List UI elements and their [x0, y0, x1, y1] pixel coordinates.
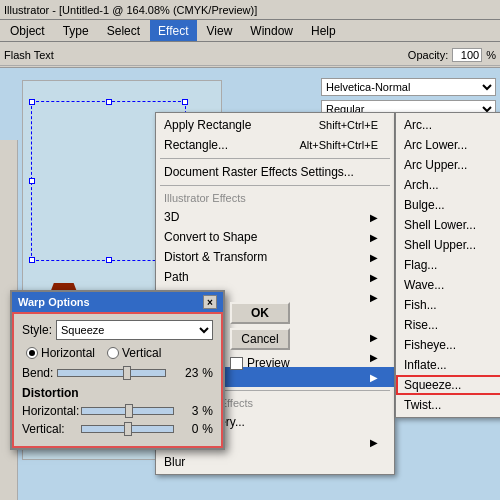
horizontal-dist-value: 3 [178, 404, 198, 418]
blend-thumb[interactable] [123, 366, 131, 380]
title-text: Illustrator - [Untitled-1 @ 164.08% (CMY… [4, 4, 496, 16]
separator-2 [160, 185, 390, 186]
vertical-dist-label: Vertical: [22, 422, 77, 436]
effect-3d[interactable]: 3D ▶ [156, 207, 394, 227]
effect-path[interactable]: Path ▶ [156, 267, 394, 287]
opacity-label: Opacity: [408, 49, 448, 61]
warp-twist[interactable]: Twist... [396, 395, 500, 415]
blend-label: Bend: [22, 366, 53, 380]
horizontal-dist-row: Horizontal: 3 % [22, 404, 213, 418]
horizontal-dist-label: Horizontal: [22, 404, 77, 418]
blend-value: 23 [170, 366, 198, 380]
opacity-unit: % [486, 49, 496, 61]
effect-rectangle[interactable]: Rectangle... Alt+Shift+Ctrl+E [156, 135, 394, 155]
warp-wave[interactable]: Wave... [396, 275, 500, 295]
warp-shell-lower[interactable]: Shell Lower... [396, 215, 500, 235]
menu-object[interactable]: Object [2, 20, 53, 41]
horizontal-dist-slider[interactable] [81, 407, 174, 415]
horizontal-dist-thumb[interactable] [125, 404, 133, 418]
preview-checkbox[interactable] [230, 357, 243, 370]
vertical-radio[interactable]: Vertical [107, 346, 161, 360]
vertical-dist-unit: % [202, 422, 213, 436]
warp-arc-upper[interactable]: Arc Upper... [396, 155, 500, 175]
effect-convert-shape[interactable]: Convert to Shape ▶ [156, 227, 394, 247]
menu-help[interactable]: Help [303, 20, 344, 41]
title-bar: Illustrator - [Untitled-1 @ 164.08% (CMY… [0, 0, 500, 20]
warp-squeeze[interactable]: Squeeze... [396, 375, 500, 395]
properties-bar: Flash Text Opacity: 100 % [0, 44, 500, 66]
dialog-title-bar: Warp Options × [12, 292, 223, 312]
horizontal-dist-unit: % [202, 404, 213, 418]
blend-slider[interactable] [57, 369, 166, 377]
effect-blur[interactable]: Blur [156, 452, 394, 472]
style-select[interactable]: Squeeze [56, 320, 213, 340]
preview-label: Preview [247, 356, 290, 370]
menu-type[interactable]: Type [55, 20, 97, 41]
horizontal-radio[interactable]: Horizontal [26, 346, 95, 360]
warp-submenu: Arc... Arc Lower... Arc Upper... Arch...… [395, 112, 500, 418]
distortion-title: Distortion [22, 386, 213, 400]
handle-tm[interactable] [106, 99, 112, 105]
opacity-value[interactable]: 100 [452, 48, 482, 62]
handle-tr[interactable] [182, 99, 188, 105]
dialog-close-button[interactable]: × [203, 295, 217, 309]
menu-effect[interactable]: Effect [150, 20, 196, 41]
ok-button[interactable]: OK [230, 302, 290, 324]
effect-distort[interactable]: Distort & Transform ▶ [156, 247, 394, 267]
dialog-title-text: Warp Options [18, 296, 90, 308]
vertical-dist-row: Vertical: 0 % [22, 422, 213, 436]
menu-view[interactable]: View [199, 20, 241, 41]
vertical-radio-dot [107, 347, 119, 359]
distortion-section: Distortion Horizontal: 3 % Vertical: 0 % [22, 386, 213, 436]
warp-arc-lower[interactable]: Arc Lower... [396, 135, 500, 155]
vertical-dist-value: 0 [178, 422, 198, 436]
menu-select[interactable]: Select [99, 20, 148, 41]
font-name-row: Helvetica-Normal [321, 78, 496, 96]
vertical-label: Vertical [122, 346, 161, 360]
warp-dialog: Warp Options × Style: Squeeze Horizontal… [10, 290, 225, 450]
handle-ml[interactable] [29, 178, 35, 184]
handle-tl[interactable] [29, 99, 35, 105]
flash-text-label: Flash Text [4, 49, 54, 61]
illustrator-effects-header: Illustrator Effects [156, 189, 394, 207]
horizontal-label: Horizontal [41, 346, 95, 360]
horizontal-radio-dot [26, 347, 38, 359]
separator-1 [160, 158, 390, 159]
warp-bulge[interactable]: Bulge... [396, 195, 500, 215]
warp-fisheye[interactable]: Fisheye... [396, 335, 500, 355]
dialog-style-row: Style: Squeeze [22, 320, 213, 340]
warp-fish[interactable]: Fish... [396, 295, 500, 315]
blend-unit: % [202, 366, 213, 380]
orientation-radio-group: Horizontal Vertical [22, 346, 213, 360]
warp-flag[interactable]: Flag... [396, 255, 500, 275]
effect-apply-rectangle[interactable]: Apply Rectangle Shift+Ctrl+E [156, 115, 394, 135]
vertical-dist-thumb[interactable] [124, 422, 132, 436]
warp-arch[interactable]: Arch... [396, 175, 500, 195]
style-label: Style: [22, 323, 52, 337]
menu-bar: Object Type Select Effect View Window He… [0, 20, 500, 42]
effect-raster-settings[interactable]: Document Raster Effects Settings... [156, 162, 394, 182]
warp-rise[interactable]: Rise... [396, 315, 500, 335]
blend-row: Bend: 23 % [22, 366, 213, 380]
warp-shell-upper[interactable]: Shell Upper... [396, 235, 500, 255]
vertical-dist-slider[interactable] [81, 425, 174, 433]
menu-window[interactable]: Window [242, 20, 301, 41]
font-name-select[interactable]: Helvetica-Normal [321, 78, 496, 96]
cancel-button[interactable]: Cancel [230, 328, 290, 350]
dialog-body: Style: Squeeze Horizontal Vertical Bend: [12, 312, 223, 448]
dialog-button-group: OK Cancel Preview [230, 302, 290, 370]
warp-inflate[interactable]: Inflate... [396, 355, 500, 375]
preview-row: Preview [230, 356, 290, 370]
warp-arc[interactable]: Arc... [396, 115, 500, 135]
main-area: Ac Helvetica-Normal Regular T ↕ AV Auto … [0, 70, 500, 500]
